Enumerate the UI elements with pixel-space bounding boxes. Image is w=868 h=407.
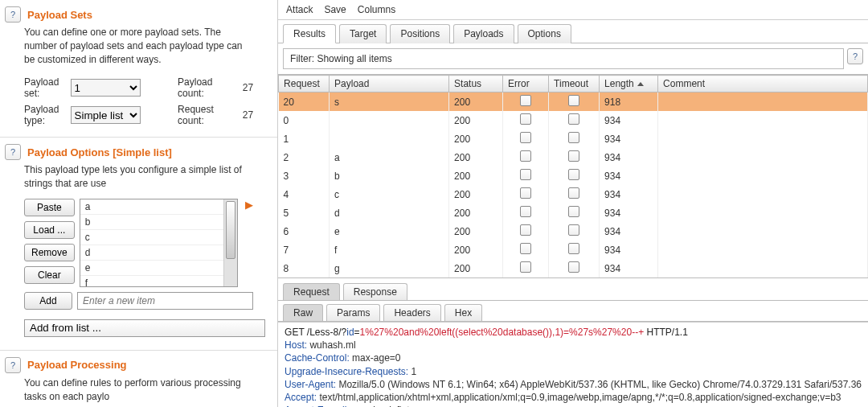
payload-count-value: 27	[243, 82, 253, 93]
checkbox-icon	[568, 224, 579, 236]
checkbox-icon	[520, 150, 531, 162]
menu-bar: Attack Save Columns	[278, 0, 868, 20]
tab-results[interactable]: Results	[283, 24, 336, 43]
tab-options[interactable]: Options	[518, 24, 571, 43]
payload-processing-title: Payload Processing	[27, 359, 127, 371]
editor-tabs: Raw Params Headers Hex	[278, 301, 868, 322]
checkbox-icon	[520, 95, 531, 106]
col-comment[interactable]: Comment	[658, 76, 868, 92]
scrollbar[interactable]	[223, 199, 237, 286]
payload-set-label: Payload set:	[24, 76, 66, 99]
payload-sets-desc: You can define one or more payload sets.…	[0, 26, 277, 74]
add-from-list-select[interactable]: Add from list ...	[24, 319, 265, 337]
help-icon[interactable]: ?	[847, 48, 863, 64]
list-item[interactable]: b	[80, 215, 237, 230]
table-row[interactable]: 8g200934	[279, 259, 868, 278]
checkbox-icon	[568, 187, 579, 199]
help-icon[interactable]: ?	[5, 144, 21, 160]
tab-params[interactable]: Params	[326, 304, 380, 321]
list-item[interactable]: a	[80, 199, 237, 215]
tab-response[interactable]: Response	[343, 283, 407, 300]
table-row[interactable]: 6e200934	[279, 222, 868, 240]
col-error[interactable]: Error	[503, 76, 549, 92]
checkbox-icon	[568, 150, 579, 162]
remove-button[interactable]: Remove	[24, 244, 75, 261]
payload-options-title: Payload Options [Simple list]	[27, 146, 172, 158]
payload-type-label: Payload type:	[24, 104, 66, 126]
chevron-right-icon: ▶	[245, 199, 253, 211]
table-row[interactable]: 2a200934	[279, 148, 868, 166]
checkbox-icon	[520, 243, 531, 254]
table-row[interactable]: 7f200934	[279, 240, 868, 259]
col-payload[interactable]: Payload	[330, 76, 449, 92]
checkbox-icon	[520, 113, 531, 125]
col-status[interactable]: Status	[449, 76, 503, 92]
request-count-label: Request count:	[178, 104, 238, 126]
payload-processing-section: ? Payload Processing You can define rule…	[0, 351, 277, 407]
checkbox-icon	[520, 206, 531, 217]
payload-set-select[interactable]: 1	[71, 79, 141, 97]
payload-list[interactable]: abcdef	[80, 199, 238, 287]
list-item[interactable]: d	[80, 245, 237, 261]
tab-headers[interactable]: Headers	[383, 304, 440, 321]
tab-payloads[interactable]: Payloads	[453, 24, 514, 43]
sort-asc-icon	[637, 82, 644, 86]
checkbox-icon	[520, 169, 531, 180]
col-request[interactable]: Request	[279, 76, 330, 92]
help-icon[interactable]: ?	[5, 6, 21, 23]
results-tabs: Results Target Positions Payloads Option…	[278, 20, 868, 43]
paste-button[interactable]: Paste	[24, 199, 75, 216]
list-item[interactable]: c	[80, 230, 237, 245]
intruder-left-panel: ? Payload Sets You can define one or mor…	[0, 0, 278, 407]
tab-target[interactable]: Target	[339, 24, 387, 43]
checkbox-icon	[520, 224, 531, 236]
table-row[interactable]: 0200934	[279, 111, 868, 130]
table-row[interactable]: 4c200934	[279, 185, 868, 204]
scroll-thumb[interactable]	[226, 201, 235, 259]
attack-results-panel: Attack Save Columns Results Target Posit…	[278, 0, 868, 407]
results-table: Request Payload Status Error Timeout Len…	[278, 74, 868, 278]
checkbox-icon	[520, 187, 531, 199]
payload-options-desc: This payload type lets you configure a s…	[0, 163, 277, 199]
table-row[interactable]: 3b200934	[279, 166, 868, 185]
list-item[interactable]: e	[80, 261, 237, 276]
filter-bar[interactable]: Filter: Showing all items	[283, 48, 844, 69]
checkbox-icon	[568, 261, 579, 273]
payload-type-select[interactable]: Simple list	[71, 106, 141, 124]
request-count-value: 27	[243, 109, 253, 121]
checkbox-icon	[520, 261, 531, 273]
payload-sets-section: ? Payload Sets You can define one or mor…	[0, 0, 277, 138]
load-button[interactable]: Load ...	[24, 221, 75, 239]
tab-positions[interactable]: Positions	[390, 24, 450, 43]
menu-attack[interactable]: Attack	[286, 4, 313, 15]
new-item-input[interactable]	[77, 292, 253, 310]
help-icon[interactable]: ?	[5, 357, 21, 373]
payload-options-section: ? Payload Options [Simple list] This pay…	[0, 138, 277, 351]
checkbox-icon	[568, 95, 579, 106]
request-response-tabs: Request Response	[278, 278, 868, 301]
tab-hex[interactable]: Hex	[444, 304, 482, 321]
raw-request-view[interactable]: GET /Less-8/?id=1%27%20and%20left((selec…	[278, 322, 868, 407]
payload-sets-title: Payload Sets	[27, 9, 92, 21]
checkbox-icon	[520, 132, 531, 143]
payload-count-label: Payload count:	[178, 76, 238, 99]
add-button[interactable]: Add	[24, 292, 72, 310]
payload-processing-desc: You can define rules to perform various …	[0, 376, 277, 407]
clear-button[interactable]: Clear	[24, 266, 75, 284]
checkbox-icon	[568, 113, 579, 125]
tab-request[interactable]: Request	[283, 283, 340, 300]
menu-save[interactable]: Save	[324, 4, 346, 15]
menu-columns[interactable]: Columns	[358, 4, 395, 15]
checkbox-icon	[568, 243, 579, 254]
table-row[interactable]: 1200934	[279, 130, 868, 148]
checkbox-icon	[568, 169, 579, 180]
checkbox-icon	[568, 132, 579, 143]
checkbox-icon	[568, 206, 579, 217]
col-timeout[interactable]: Timeout	[549, 76, 600, 92]
tab-raw[interactable]: Raw	[283, 304, 323, 321]
list-item[interactable]: f	[80, 276, 237, 287]
col-length[interactable]: Length	[600, 76, 658, 92]
table-row[interactable]: 20s200918	[279, 92, 868, 112]
table-row[interactable]: 5d200934	[279, 204, 868, 222]
